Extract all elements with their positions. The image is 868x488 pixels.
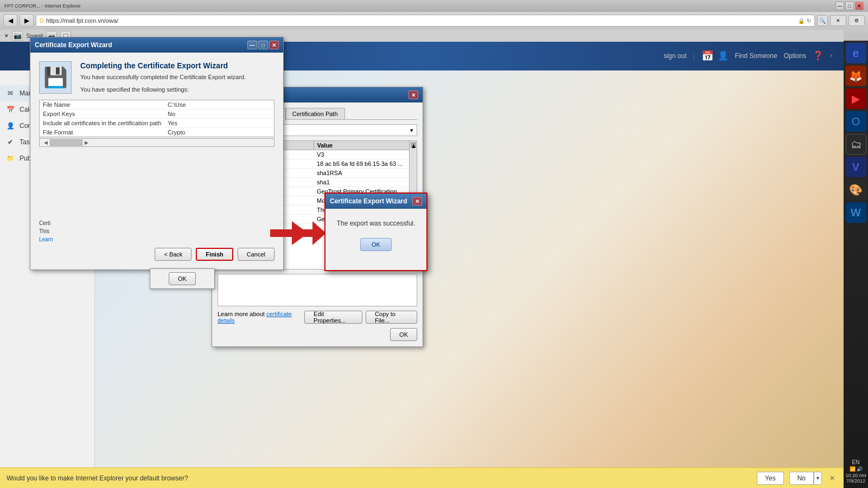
address-text: https://mail.fpt.com.vn/owa/ xyxy=(46,17,796,24)
title-bar: FPT CORPOR... - Internet Explorer — □ ✕ xyxy=(0,0,868,12)
wizard-close-button[interactable]: ✕ xyxy=(269,41,279,49)
wizard-val-fileformat: Crypto xyxy=(168,129,185,136)
cert-details-ok-button[interactable]: OK xyxy=(390,328,417,341)
cert-learn-more: Learn more about certificate details xyxy=(218,311,304,324)
cert-details-close-button[interactable]: ✕ xyxy=(409,91,418,99)
cert-this-label: This xyxy=(39,228,275,234)
cert-info-section: Certi This xyxy=(39,220,275,234)
wizard-title-label: Certificate Export Wizard xyxy=(35,41,112,49)
success-footer: OK xyxy=(326,238,426,256)
cert-details-window-controls: ✕ xyxy=(409,91,418,99)
firefox-icon[interactable]: 🦊 xyxy=(846,66,866,86)
wizard-row-filename: File Name C:\Use xyxy=(40,100,274,110)
close-button[interactable]: ✕ xyxy=(855,2,864,10)
learn-more-link[interactable]: Learn xyxy=(39,236,275,242)
title-bar-text: FPT CORPOR... - Internet Explorer xyxy=(4,3,81,9)
ok-small-button[interactable]: OK xyxy=(169,272,196,285)
word-v-icon[interactable]: V xyxy=(846,157,866,177)
table-horizontal-scrollbar[interactable]: ◀ ▶ xyxy=(39,138,275,147)
wizard-row-exportkeys: Export Keys No xyxy=(40,110,274,119)
find-someone-label[interactable]: Find Someone xyxy=(735,52,777,60)
forward-button[interactable]: ▶ xyxy=(20,14,34,27)
cert-abbr: Certi xyxy=(39,220,275,226)
browser-chrome: FPT CORPOR... - Internet Explorer — □ ✕ … xyxy=(0,0,868,41)
sign-out-link[interactable]: sign out xyxy=(663,52,686,60)
language-indicator: EN xyxy=(852,459,860,465)
wizard-window-controls: — □ ✕ xyxy=(247,41,279,49)
back-button[interactable]: < Back xyxy=(155,248,192,261)
notification-close-icon[interactable]: ✕ xyxy=(827,473,837,483)
settings-icon[interactable]: ⚙ xyxy=(848,15,865,26)
public-folders-sidebar-icon: 📁 xyxy=(5,153,15,163)
cert-dropdown-arrow-icon: ▾ xyxy=(410,127,413,134)
cancel-button[interactable]: Cancel xyxy=(238,248,275,261)
cert-dialog-footer: Learn more about certificate details Edi… xyxy=(218,311,417,324)
clock: 10:20 AM 7/9/2012 xyxy=(845,473,866,484)
refresh-icon[interactable]: ↻ xyxy=(807,18,811,24)
snagit-icon: 📷 xyxy=(12,31,23,41)
help-icon[interactable]: ❓ xyxy=(813,50,824,61)
success-message: The export was successful. xyxy=(326,209,426,238)
wizard-val-filename: C:\Use xyxy=(168,101,186,108)
maximize-button[interactable]: □ xyxy=(845,2,854,10)
files-icon[interactable]: 🗂 xyxy=(846,134,866,155)
certificate-export-success-dialog: Certificate Export Wizard ✕ The export w… xyxy=(324,192,427,271)
bottom-notification-bar: Would you like to make Internet Explorer… xyxy=(0,467,844,488)
wizard-key-exportkeys: Export Keys xyxy=(43,111,168,117)
calendar-icon: 📅 xyxy=(701,50,713,62)
scrollbar-left-icon[interactable]: ◀ xyxy=(44,140,48,145)
success-close-button[interactable]: ✕ xyxy=(412,197,422,206)
wizard-val-exportkeys: No xyxy=(168,111,175,117)
wizard-heading: Completing the Certificate Export Wizard xyxy=(80,61,246,70)
scrollbar-up-icon[interactable]: ▲ xyxy=(411,142,416,147)
youtube-icon[interactable]: ▶ xyxy=(846,88,866,109)
tasks-sidebar-icon: ✔ xyxy=(5,137,15,147)
wizard-body: 💾 Completing the Certificate Export Wiza… xyxy=(30,53,283,269)
value-col-header: Value xyxy=(314,141,410,150)
tab-certification-path[interactable]: Certification Path xyxy=(285,108,345,119)
success-window-controls: ✕ xyxy=(412,197,422,206)
no-button[interactable]: No xyxy=(789,472,814,485)
scrollbar-right-icon[interactable]: ▶ xyxy=(85,140,88,145)
wizard-minimize-button[interactable]: — xyxy=(247,41,257,49)
scrollbar-thumb[interactable] xyxy=(50,139,82,146)
address-bar[interactable]: O https://mail.fpt.com.vn/owa/ 🔒 ↻ xyxy=(36,15,815,27)
word-icon[interactable]: W xyxy=(846,202,866,223)
close-small-icon[interactable]: ✕ xyxy=(4,33,9,38)
no-dropdown-button[interactable]: ▾ xyxy=(814,472,822,485)
wizard-key-include-certs: Include all certificates in the certific… xyxy=(43,120,168,126)
system-tray: EN 📶🔊 10:20 AM 7/9/2012 xyxy=(845,459,866,486)
outlook-icon[interactable]: O xyxy=(846,111,866,132)
taskbar-right: e 🦊 ▶ O 🗂 V 🎨 W EN 📶🔊 10:20 AM 7/9/2012 xyxy=(844,41,868,488)
finish-button[interactable]: Finish xyxy=(196,248,233,261)
mail-icon: ✉ xyxy=(5,88,15,98)
wizard-row-include-certs: Include all certificates in the certific… xyxy=(40,119,274,128)
wizard-key-filename: File Name xyxy=(43,101,168,108)
wizard-text: Completing the Certificate Export Wizard… xyxy=(80,61,246,94)
window-controls: — □ ✕ xyxy=(835,2,864,10)
edit-properties-button[interactable]: Edit Properties... xyxy=(304,311,362,324)
wizard-row-fileformat: File Format Crypto xyxy=(40,128,274,137)
wizard-footer-buttons: < Back Finish Cancel xyxy=(39,242,275,261)
back-button[interactable]: ◀ xyxy=(3,14,17,27)
success-ok-button[interactable]: OK xyxy=(360,238,392,251)
yes-button[interactable]: Yes xyxy=(757,472,784,485)
internet-explorer-icon[interactable]: e xyxy=(846,43,866,63)
wizard-desc1: You have successfully completed the Cert… xyxy=(80,73,246,81)
wizard-icon: 💾 xyxy=(39,61,72,94)
wizard-header-section: 💾 Completing the Certificate Export Wiza… xyxy=(39,61,275,94)
no-button-group: No ▾ xyxy=(789,472,822,485)
options-arrow-icon: ▾ xyxy=(830,53,833,59)
minimize-button[interactable]: — xyxy=(835,2,844,10)
wizard-maximize-button[interactable]: □ xyxy=(258,41,268,49)
wizard-val-include-certs: Yes xyxy=(168,120,177,126)
options-button[interactable]: Options xyxy=(784,52,806,60)
notification-message: Would you like to make Internet Explorer… xyxy=(7,474,751,482)
ok-small-dialog: OK xyxy=(150,268,215,289)
paint-icon[interactable]: 🎨 xyxy=(846,179,866,200)
cert-detail-text-box xyxy=(218,274,417,306)
success-titlebar: Certificate Export Wizard ✕ xyxy=(326,194,426,209)
contacts-sidebar-icon: 👤 xyxy=(5,121,15,131)
copy-to-file-button[interactable]: Copy to File... xyxy=(366,311,417,324)
wizard-key-fileformat: File Format xyxy=(43,129,168,136)
